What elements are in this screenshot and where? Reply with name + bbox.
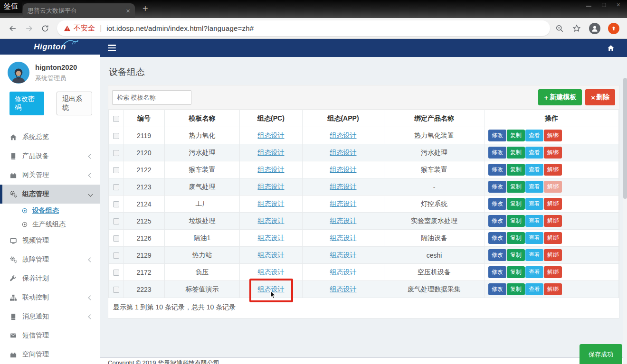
- unbind-button[interactable]: 解绑: [544, 215, 562, 227]
- copy-button[interactable]: 复制: [507, 181, 525, 193]
- row-checkbox[interactable]: [113, 201, 119, 207]
- sidebar-item[interactable]: 联动控制: [0, 288, 100, 307]
- copy-button[interactable]: 复制: [507, 215, 525, 227]
- sidebar-item[interactable]: 空间管理: [0, 345, 100, 364]
- select-all-checkbox[interactable]: [113, 116, 119, 122]
- copy-button[interactable]: 复制: [507, 147, 525, 159]
- sidebar-item[interactable]: 视频管理: [0, 231, 100, 250]
- app-design-link[interactable]: 组态设计: [330, 251, 357, 259]
- pc-design-link[interactable]: 组态设计: [258, 200, 285, 207]
- url-bar[interactable]: 不安全 | iot.idosp.net/admin/index.html?lan…: [57, 20, 550, 36]
- copy-button[interactable]: 复制: [507, 232, 525, 244]
- scrollbar[interactable]: [623, 78, 627, 364]
- browser-tab[interactable]: 思普云大数据平台 ×: [23, 3, 135, 18]
- view-button[interactable]: 查看: [525, 283, 543, 295]
- modify-button[interactable]: 修改: [488, 181, 506, 193]
- modify-button[interactable]: 修改: [488, 164, 506, 176]
- app-design-link[interactable]: 组态设计: [330, 268, 357, 276]
- maximize-icon[interactable]: [602, 3, 606, 7]
- extension-icon[interactable]: [608, 23, 619, 34]
- copy-button[interactable]: 复制: [507, 283, 525, 295]
- modify-button[interactable]: 修改: [488, 215, 506, 227]
- tab-close-icon[interactable]: ×: [126, 7, 130, 15]
- app-design-link[interactable]: 组态设计: [330, 166, 357, 173]
- home-icon[interactable]: [607, 45, 615, 52]
- pc-design-link[interactable]: 组态设计: [258, 183, 285, 190]
- row-checkbox[interactable]: [113, 150, 119, 156]
- sidebar-subitem[interactable]: 设备组态: [0, 204, 100, 217]
- logout-button[interactable]: 退出系统: [57, 92, 92, 115]
- zoom-icon[interactable]: [555, 24, 564, 33]
- sidebar-subitem[interactable]: 生产线组态: [0, 217, 100, 231]
- change-password-button[interactable]: 修改密码: [10, 92, 44, 115]
- view-button[interactable]: 查看: [525, 130, 543, 141]
- close-window-icon[interactable]: ×: [617, 1, 620, 9]
- pc-design-link[interactable]: 组态设计: [258, 149, 285, 156]
- profile-icon[interactable]: [589, 23, 600, 34]
- app-design-link[interactable]: 组态设计: [330, 183, 357, 190]
- row-checkbox[interactable]: [113, 167, 119, 173]
- view-button[interactable]: 查看: [525, 266, 543, 278]
- modify-button[interactable]: 修改: [488, 232, 506, 244]
- modify-button[interactable]: 修改: [488, 147, 506, 159]
- delete-button[interactable]: ×删除: [585, 89, 615, 105]
- modify-button[interactable]: 修改: [488, 283, 506, 295]
- app-design-link[interactable]: 组态设计: [330, 131, 357, 139]
- copy-button[interactable]: 复制: [507, 249, 525, 261]
- bookmark-star-icon[interactable]: [572, 24, 581, 33]
- pc-design-link[interactable]: 组态设计: [258, 234, 285, 242]
- sidebar-item[interactable]: 网关管理: [0, 166, 100, 185]
- app-design-link[interactable]: 组态设计: [330, 234, 357, 242]
- app-design-link[interactable]: 组态设计: [330, 285, 357, 293]
- unbind-button[interactable]: 解绑: [544, 130, 562, 141]
- view-button[interactable]: 查看: [525, 181, 543, 193]
- unbind-button[interactable]: 解绑: [544, 283, 562, 295]
- search-input[interactable]: [112, 90, 191, 105]
- minimize-icon[interactable]: [586, 3, 591, 7]
- unbind-button[interactable]: 解绑: [544, 164, 562, 176]
- pc-design-link[interactable]: 组态设计: [258, 166, 285, 173]
- row-checkbox[interactable]: [113, 184, 119, 190]
- modify-button[interactable]: 修改: [488, 249, 506, 261]
- scrollbar-thumb[interactable]: [623, 78, 627, 199]
- unbind-button[interactable]: 解绑: [544, 198, 562, 210]
- copy-button[interactable]: 复制: [507, 130, 525, 141]
- pc-design-link[interactable]: 组态设计: [258, 268, 285, 276]
- row-checkbox[interactable]: [113, 218, 119, 224]
- sidebar-item[interactable]: 消息通知: [0, 307, 100, 326]
- pc-design-link[interactable]: 组态设计: [258, 131, 285, 139]
- modify-button[interactable]: 修改: [488, 198, 506, 210]
- unbind-button[interactable]: 解绑: [544, 266, 562, 278]
- app-design-link[interactable]: 组态设计: [330, 217, 357, 224]
- copy-button[interactable]: 复制: [507, 198, 525, 210]
- unbind-button[interactable]: 解绑: [544, 249, 562, 261]
- view-button[interactable]: 查看: [525, 249, 543, 261]
- unbind-button[interactable]: 解绑: [544, 147, 562, 159]
- copy-button[interactable]: 复制: [507, 266, 525, 278]
- sidebar-item[interactable]: 短信管理: [0, 326, 100, 345]
- view-button[interactable]: 查看: [525, 147, 543, 159]
- modify-button[interactable]: 修改: [488, 266, 506, 278]
- pc-design-link[interactable]: 组态设计: [258, 251, 285, 259]
- back-icon[interactable]: [5, 20, 21, 37]
- new-template-button[interactable]: +新建模板: [538, 89, 582, 105]
- view-button[interactable]: 查看: [525, 164, 543, 176]
- row-checkbox[interactable]: [113, 133, 119, 139]
- hamburger-icon[interactable]: [108, 45, 116, 51]
- app-design-link[interactable]: 组态设计: [330, 149, 357, 156]
- forward-icon[interactable]: [21, 20, 37, 37]
- pc-design-link[interactable]: 组态设计: [258, 285, 285, 293]
- sidebar-item[interactable]: 故障管理: [0, 250, 100, 269]
- refresh-icon[interactable]: [37, 20, 53, 37]
- pc-design-link[interactable]: 组态设计: [258, 217, 285, 224]
- view-button[interactable]: 查看: [525, 232, 543, 244]
- new-tab-button[interactable]: +: [142, 4, 148, 13]
- view-button[interactable]: 查看: [525, 215, 543, 227]
- row-checkbox[interactable]: [113, 252, 119, 259]
- unbind-button[interactable]: 解绑: [544, 232, 562, 244]
- copy-button[interactable]: 复制: [507, 164, 525, 176]
- sidebar-item[interactable]: 组态管理: [0, 185, 100, 204]
- row-checkbox[interactable]: [113, 287, 119, 293]
- sidebar-item[interactable]: 系统总览: [0, 128, 100, 147]
- app-design-link[interactable]: 组态设计: [330, 200, 357, 207]
